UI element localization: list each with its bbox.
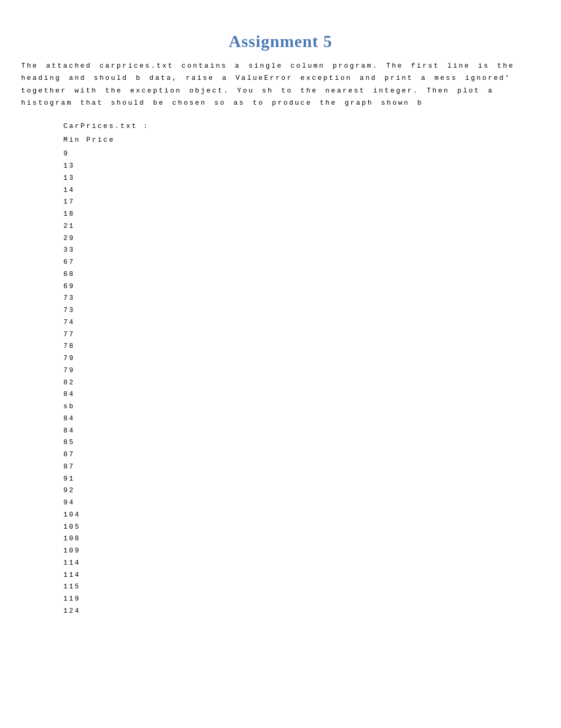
table-row: 105 xyxy=(63,521,540,533)
table-header: Min Price xyxy=(63,134,540,146)
table-row: 79 xyxy=(63,365,540,377)
table-row: 82 xyxy=(63,377,540,389)
table-row: 119 xyxy=(63,593,540,605)
table-row: 87 xyxy=(63,461,540,473)
table-row: 74 xyxy=(63,317,540,329)
table-row: 104 xyxy=(63,509,540,521)
data-table: Min Price 913131417182129336768697373747… xyxy=(63,134,540,618)
file-label: CarPrices.txt : xyxy=(63,122,540,130)
table-row: 73 xyxy=(63,292,540,305)
table-row: 94 xyxy=(63,497,540,509)
table-row: 84 xyxy=(63,389,540,401)
table-row: 9 xyxy=(63,148,540,160)
table-row: sb xyxy=(63,401,540,413)
table-row: 33 xyxy=(63,244,540,256)
table-row: 92 xyxy=(63,485,540,497)
table-row: 85 xyxy=(63,437,540,449)
table-row: 115 xyxy=(63,581,540,593)
table-row: 14 xyxy=(63,185,540,197)
table-row: 124 xyxy=(63,605,540,618)
table-row: 13 xyxy=(63,160,540,172)
table-body: 9131314171821293367686973737477787979828… xyxy=(63,148,540,617)
table-row: 108 xyxy=(63,533,540,545)
table-row: 79 xyxy=(63,353,540,365)
table-row: 21 xyxy=(63,220,540,233)
table-row: 18 xyxy=(63,208,540,220)
description-text: The attached carprices.txt contains a si… xyxy=(21,60,540,109)
table-row: 13 xyxy=(63,172,540,185)
table-row: 109 xyxy=(63,545,540,557)
table-row: 69 xyxy=(63,281,540,293)
table-row: 84 xyxy=(63,413,540,425)
table-row: 114 xyxy=(63,557,540,569)
table-row: 17 xyxy=(63,196,540,208)
table-row: 78 xyxy=(63,340,540,353)
table-row: 87 xyxy=(63,449,540,461)
table-row: 68 xyxy=(63,269,540,281)
table-row: 67 xyxy=(63,256,540,269)
table-row: 29 xyxy=(63,233,540,245)
table-row: 77 xyxy=(63,329,540,341)
table-row: 91 xyxy=(63,473,540,485)
table-row: 114 xyxy=(63,569,540,582)
page-title: Assignment 5 xyxy=(21,32,540,51)
table-row: 73 xyxy=(63,305,540,317)
table-row: 84 xyxy=(63,425,540,437)
